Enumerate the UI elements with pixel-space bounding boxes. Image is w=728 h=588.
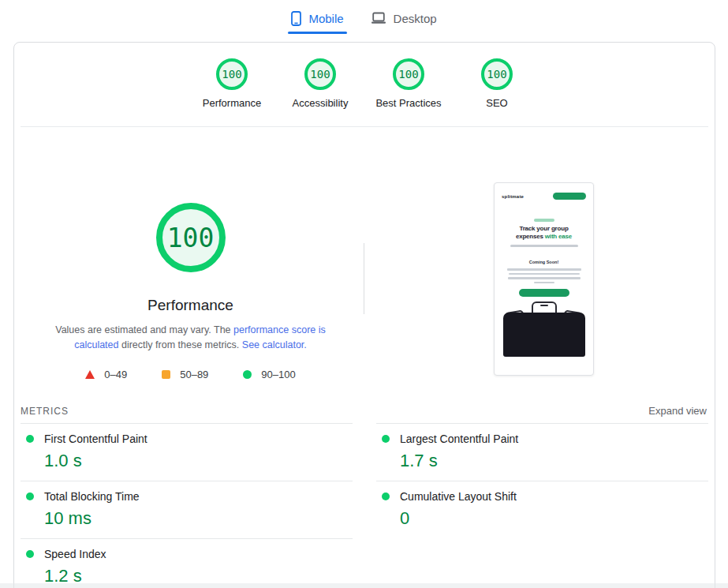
desktop-laptop-icon [371,12,386,24]
tab-desktop-label: Desktop [394,12,437,25]
category-score-accessibility[interactable]: 100 Accessibility [286,58,354,126]
metric-name: Total Blocking Time [44,490,140,503]
thumb-heading-line1: Track your group [519,225,568,232]
pass-circle-icon [243,370,252,379]
tab-mobile-label: Mobile [308,12,343,25]
category-scores-row: 100 Performance 100 Accessibility 100 Be… [21,43,708,127]
score-value: 100 [487,68,506,81]
metric-value: 1.0 s [44,451,353,471]
expand-view-button[interactable]: Expand view [648,405,707,417]
page-screenshot-thumbnail[interactable]: splitmate Track your group expenses with… [494,182,594,376]
thumb-paragraph-bars [495,268,593,283]
category-score-best-practices[interactable]: 100 Best Practices [375,58,442,126]
mobile-phone-icon [291,11,301,26]
metric-speed-index: Speed Index 1.2 s [21,538,353,588]
gauge-title: Performance [147,297,233,314]
metric-value: 10 ms [44,508,353,529]
thumb-subtitle-bar [510,245,578,247]
score-label: Performance [198,97,266,109]
metric-empty-cell [376,538,708,588]
legend-range: 0–49 [104,369,127,380]
performance-overview: 100 Performance Values are estimated and… [14,127,715,399]
vertical-divider [364,243,364,314]
metric-value: 0 [400,508,708,529]
metric-total-blocking-time: Total Blocking Time 10 ms [21,481,353,538]
pass-dot-icon [382,492,390,500]
disclaimer-text: Values are estimated and may vary. The [55,324,233,335]
score-value: 100 [222,68,241,81]
thumb-header: splitmate [495,183,593,200]
disclaimer-text: directly from these metrics. [119,339,242,350]
viewport-bottom-edge [0,583,728,588]
score-circle: 100 [216,58,248,90]
thumb-heading: Track your group expenses with ease [495,225,593,241]
score-disclaimer: Values are estimated and may vary. The p… [55,323,327,353]
score-value: 100 [398,68,418,81]
metric-value: 1.7 s [400,451,708,471]
score-label: Best Practices [375,97,442,109]
metric-name: Speed Index [44,548,106,560]
legend-range: 90–100 [261,369,295,380]
thumb-heading-line2: expenses [516,233,543,240]
legend-range: 50–89 [180,369,208,380]
thumb-phones-graphic [495,301,593,365]
pass-dot-icon [26,492,34,500]
category-score-seo[interactable]: 100 SEO [463,58,531,126]
metric-first-contentful-paint: First Contentful Paint 1.0 s [21,423,353,481]
score-circle: 100 [481,58,513,90]
score-circle: 100 [393,58,424,90]
performance-gauge[interactable]: 100 [156,203,226,272]
active-tab-underline [288,32,346,34]
score-label: Accessibility [286,97,354,109]
metric-largest-contentful-paint: Largest Contentful Paint 1.7 s [376,423,708,481]
see-calculator-link[interactable]: See calculator. [242,339,307,350]
score-value: 100 [310,68,330,81]
pass-dot-icon [382,435,390,443]
legend-fail: 0–49 [85,369,127,380]
metric-name: First Contentful Paint [44,433,147,445]
legend-average: 50–89 [162,369,208,380]
metrics-header: METRICS Expand view [21,399,708,423]
metric-name: Cumulative Layout Shift [400,490,517,503]
metrics-section: METRICS Expand view First Contentful Pai… [14,399,715,588]
pass-dot-icon [26,435,34,443]
legend-pass: 90–100 [243,369,295,380]
fail-triangle-icon [85,370,95,379]
device-tabbar: Mobile Desktop [0,0,728,38]
score-label: SEO [463,97,531,109]
tab-mobile[interactable]: Mobile [288,7,346,38]
pass-dot-icon [26,550,34,558]
thumb-logo: splitmate [502,194,524,199]
pagespeed-report: Mobile Desktop 100 Performance 100 [0,0,728,588]
thumb-coming-soon: Coming Soon! [495,260,593,264]
score-circle: 100 [304,58,336,90]
thumb-badge [534,219,554,222]
tab-desktop[interactable]: Desktop [368,7,440,38]
report-card: 100 Performance 100 Accessibility 100 Be… [13,42,715,588]
metrics-title: METRICS [21,406,69,417]
gauge-panel: 100 Performance Values are estimated and… [19,203,362,380]
metric-cumulative-layout-shift: Cumulative Layout Shift 0 [376,481,708,538]
score-legend: 0–49 50–89 90–100 [85,369,295,380]
category-score-performance[interactable]: 100 Performance [198,58,266,126]
laptop-base-icon [503,313,585,357]
thumb-heading-accent: with ease [545,233,572,240]
thumb-cta-pill [553,193,586,200]
gauge-score: 100 [167,223,215,253]
average-square-icon [162,370,170,379]
metrics-grid: First Contentful Paint 1.0 s Largest Con… [21,423,708,588]
metric-name: Largest Contentful Paint [400,433,518,445]
thumb-button-pill [519,289,569,297]
